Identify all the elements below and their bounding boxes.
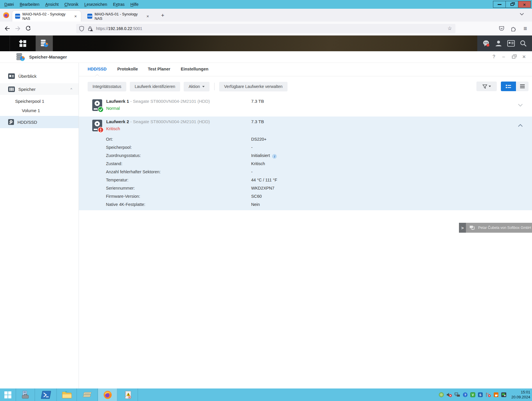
dsm-header-right [477,36,532,51]
tab-close-icon[interactable]: × [145,14,150,19]
extensions-puzzle-icon[interactable] [510,25,517,32]
menu-extras[interactable]: Extras [110,1,127,8]
menu-chronik[interactable]: Chronik [62,1,81,8]
lock-warning-icon[interactable] [88,26,93,31]
overlay-body[interactable]: Petar Čubela von Softbox GmbH [466,223,532,233]
wm-minimize-button[interactable] [493,1,506,8]
taskbar-clock[interactable]: 15:01 20.09.2024 [508,390,530,400]
tab-close-icon[interactable]: × [73,14,78,19]
sidebar-item-hdd-ssd[interactable]: HDD/SSD [0,116,79,128]
drive-size: 7.3 TB [251,99,264,104]
filter-button[interactable] [476,82,497,91]
widgets-icon[interactable] [507,40,515,47]
start-button[interactable] [0,388,16,401]
taskbar-file-explorer[interactable] [57,388,77,401]
drive-row-laufwerk-1[interactable]: Laufwerk 1 - Seagate ST8000VN004-2M2101 … [79,96,532,116]
detail-label: Firmware-Version: [106,194,140,199]
new-tab-button[interactable]: + [159,12,167,19]
tray-network-icon[interactable] [455,393,460,397]
taskbar-firefox[interactable] [98,388,117,401]
back-icon[interactable] [3,25,11,32]
tray-flag-error-icon[interactable] [485,392,491,397]
browser-tab-active[interactable]: DSM MAIO-NAS-02 - Synology NAS × [12,11,81,22]
browser-tab-inactive[interactable]: DSM MAIO-NAS-01 - Synology NAS × [84,11,153,22]
drive-row-laufwerk-2[interactable]: Laufwerk 2 - Seagate ST8000VN004-2M2101 … [79,116,532,210]
detail-label: Ort: [106,137,113,142]
tray-remote-icon[interactable] [501,392,506,397]
screen: Datei Bearbeiten Ansicht Chronik Lesezei… [0,0,532,401]
menu-hilfe[interactable]: Hilfe [128,1,141,8]
list-view-button-active[interactable] [501,82,516,91]
app-minimize-button[interactable]: – [502,54,505,59]
app-restore-button[interactable] [512,56,515,59]
browser-navbar: https://192.168.0.22:5001 ☆ ≡ [0,22,532,36]
browser-menubar: Datei Bearbeiten Ansicht Chronik Lesezei… [0,1,141,8]
detail-label: Seriennummer: [106,186,135,190]
shield-icon[interactable] [79,26,84,31]
menu-datei[interactable]: Datei [2,1,17,8]
tab-protokolle[interactable]: Protokolle [117,67,138,71]
sidebar-item-speicher[interactable]: Speicher ^ [0,83,79,95]
detail-value: - [251,169,253,174]
app-menu-hamburger-icon[interactable]: ≡ [522,25,529,32]
detail-value-firmware: SC60 [251,194,262,199]
collapse-chevron-up-icon[interactable] [518,124,523,127]
tab-hdd-ssd[interactable]: HDD/SSD [88,67,107,71]
expand-chevron-down-icon[interactable] [518,104,523,107]
taskbar-scanner[interactable] [77,388,98,401]
tray-help-icon[interactable]: ? [463,392,468,397]
menu-ansicht[interactable]: Ansicht [42,1,61,8]
tab-title: MAIO-NAS-01 - Synology NAS [95,12,142,21]
menu-lines-icon [520,84,525,88]
menu-bearbeiten[interactable]: Bearbeiten [17,1,42,8]
reload-icon[interactable] [24,25,32,32]
tray-vmware-icon[interactable]: V [470,392,475,397]
funnel-icon [483,84,487,89]
compact-view-button[interactable] [516,82,529,91]
tab-test-planer[interactable]: Test Planer [148,67,170,71]
sidebar-item-label: Überblick [18,74,37,79]
collapse-chevron-icon[interactable]: ^ [70,87,72,91]
app-help-button[interactable]: ? [492,54,495,59]
wm-titlebar: Datei Bearbeiten Ansicht Chronik Lesezei… [0,0,532,9]
sidebar-item-speicherpool-1[interactable]: Speicherpool 1 [0,97,79,105]
notifications-chat-icon[interactable] [483,40,490,47]
health-status-button[interactable]: Integritätsstatus [88,82,126,91]
tray-volume-muted-icon[interactable] [446,392,452,397]
url-bar[interactable]: https://192.168.0.22:5001 ☆ [76,24,455,33]
detail-value: DS220+ [251,137,267,142]
wm-maximize-button[interactable] [506,1,518,8]
menu-lesezeichen[interactable]: Lesezeichen [82,1,110,8]
drive-size: 7.3 TB [251,119,264,124]
wm-close-button[interactable]: × [518,1,531,8]
bookmark-star-icon[interactable]: ☆ [448,25,452,31]
list-all-tabs-icon[interactable] [520,13,524,15]
tray-sophos-icon[interactable]: S [478,392,483,397]
dsm-desktop-strip [0,36,532,51]
sidebar-item-ueberblick[interactable]: Überblick [0,70,79,82]
overlay-expand-button[interactable]: > [459,223,466,233]
info-icon[interactable]: i [272,154,277,159]
dsm-storage-manager-taskbar-button[interactable] [36,36,53,51]
forward-icon[interactable] [14,25,22,32]
action-dropdown-button[interactable]: Aktion [184,82,210,91]
pocket-icon[interactable] [498,25,505,32]
tray-java-icon[interactable] [494,392,499,397]
tab-einstellungen[interactable]: Einstellungen [181,67,208,71]
app-titlebar[interactable]: Speicher-Manager ? – × [0,51,532,63]
sidebar-item-volume-1[interactable]: Volume 1 [0,106,79,115]
user-account-icon[interactable] [495,40,502,47]
dsm-favicon: DSM [87,14,92,19]
detail-label: Native 4K-Festplatte: [106,202,145,207]
detail-value: Nein [251,202,260,207]
app-close-button[interactable]: × [522,54,526,59]
search-icon[interactable] [520,40,527,47]
manage-available-drives-button[interactable]: Verfügbare Laufwerke verwalten [219,82,288,91]
storage-columns-icon [8,86,15,92]
taskbar-server-manager[interactable] [16,388,35,401]
identify-drive-button[interactable]: Laufwerk identifizieren [130,82,180,91]
taskbar-powershell[interactable] [35,388,57,401]
taskbar-error-log[interactable] [118,388,138,401]
tray-sbx-icon[interactable] [439,392,444,397]
dsm-main-menu-button[interactable] [10,36,36,51]
